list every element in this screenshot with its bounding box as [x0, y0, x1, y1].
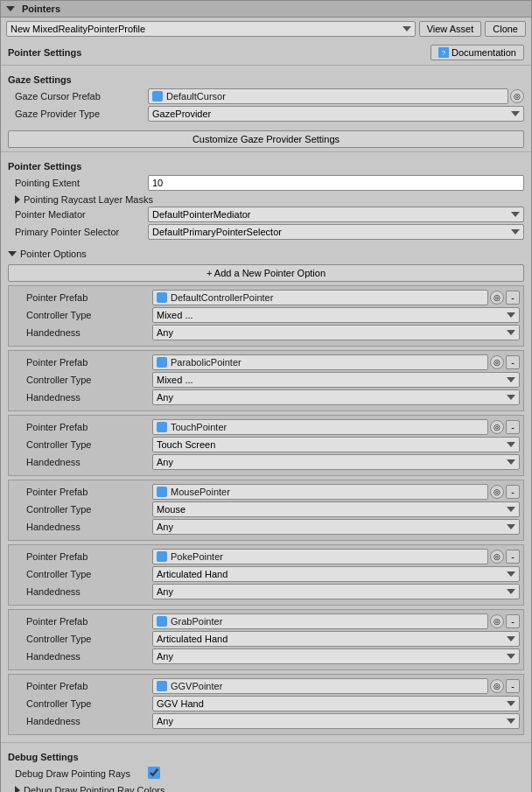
pointer-prefab-select-btn-6[interactable]: ◎: [490, 679, 504, 693]
controller-type-value-1: Mixed ...: [152, 372, 520, 388]
pointer-prefab-row-6: Pointer Prefab GGVPointer ◎ -: [12, 678, 520, 694]
controller-type-row-3: Controller Type Mouse: [12, 501, 520, 517]
handedness-dropdown-6[interactable]: Any: [152, 713, 520, 729]
pointer-option-group-1: Pointer Prefab ParabolicPointer ◎ - Cont…: [8, 350, 524, 411]
gaze-cursor-select-btn[interactable]: ◎: [510, 89, 524, 103]
handedness-row-5: Handedness Any: [12, 648, 520, 664]
handedness-dropdown-0[interactable]: Any: [152, 325, 520, 340]
pointer-option-remove-btn-2[interactable]: -: [506, 420, 520, 434]
primary-pointer-selector-dropdown[interactable]: DefaultPrimaryPointerSelector: [148, 224, 524, 240]
pointer-prefab-row-5: Pointer Prefab GrabPointer ◎ -: [12, 613, 520, 629]
handedness-row-6: Handedness Any: [12, 713, 520, 729]
controller-type-label-0: Controller Type: [12, 310, 152, 320]
gaze-provider-type-dropdown[interactable]: GazeProvider: [148, 106, 524, 122]
pointer-prefab-icon-3: [157, 487, 167, 497]
pointing-raycast-row[interactable]: Pointing Raycast Layer Masks: [8, 193, 524, 207]
controller-type-dropdown-3[interactable]: Mouse: [152, 501, 520, 517]
controller-type-dropdown-4[interactable]: Articulated Hand: [152, 566, 520, 582]
gaze-cursor-icon: [152, 91, 163, 102]
add-pointer-option-button[interactable]: + Add a New Pointer Option: [8, 264, 524, 282]
handedness-dropdown-2[interactable]: Any: [152, 454, 520, 470]
pointer-prefab-field-value-3: MousePointer: [152, 484, 488, 500]
pointer-mediator-dropdown[interactable]: DefaultPointerMediator: [148, 207, 524, 222]
pointer-option-remove-btn-0[interactable]: -: [506, 291, 520, 305]
pointer-option-remove-btn-6[interactable]: -: [506, 679, 520, 693]
pointer-prefab-value-4: PokePointer ◎ -: [152, 549, 520, 564]
collapse-icon: [6, 6, 15, 11]
divider1: [1, 65, 531, 66]
handedness-dropdown-3[interactable]: Any: [152, 519, 520, 535]
gaze-cursor-object-field: DefaultCursor ◎: [148, 88, 524, 104]
pointer-prefab-field-value-5: GrabPointer: [152, 613, 488, 629]
debug-draw-ray-colors-row[interactable]: Debug Draw Pointing Ray Colors: [8, 783, 524, 792]
debug-settings-section: Debug Settings Debug Draw Pointing Rays …: [1, 745, 531, 792]
pointer-prefab-select-btn-4[interactable]: ◎: [490, 550, 504, 564]
controller-type-dropdown-5[interactable]: Articulated Hand: [152, 631, 520, 647]
pointer-prefab-label-4: Pointer Prefab: [12, 551, 152, 562]
pointer-prefab-select-btn-3[interactable]: ◎: [490, 485, 504, 499]
main-panel: Pointers New MixedRealityPointerProfile …: [0, 0, 532, 792]
handedness-dropdown-4[interactable]: Any: [152, 584, 520, 599]
handedness-dropdown-5[interactable]: Any: [152, 648, 520, 664]
pointer-mediator-label: Pointer Mediator: [8, 209, 148, 220]
pointer-prefab-field-value-6: GGVPointer: [152, 678, 488, 694]
pointer-prefab-object-field-6: GGVPointer ◎ -: [152, 678, 520, 694]
documentation-button[interactable]: ? Documentation: [430, 45, 524, 60]
controller-type-value-3: Mouse: [152, 501, 520, 517]
pointer-prefab-select-btn-2[interactable]: ◎: [490, 420, 504, 434]
divider3: [1, 742, 531, 743]
pointer-option-remove-btn-3[interactable]: -: [506, 485, 520, 499]
pointer-prefab-field-value-0: DefaultControllerPointer: [152, 290, 488, 305]
controller-type-dropdown-0[interactable]: Mixed ...: [152, 307, 520, 323]
controller-type-value-2: Touch Screen: [152, 437, 520, 452]
controller-type-value-0: Mixed ...: [152, 307, 520, 323]
panel-title: Pointers: [22, 4, 526, 14]
view-asset-button[interactable]: View Asset: [419, 21, 482, 37]
controller-type-dropdown-1[interactable]: Mixed ...: [152, 372, 520, 388]
pointer-prefab-icon-2: [157, 422, 167, 432]
pointer-prefab-label-0: Pointer Prefab: [12, 292, 152, 303]
pointer-options-section: Pointer Options + Add a New Pointer Opti…: [1, 245, 531, 740]
debug-settings-title: Debug Settings: [8, 752, 524, 762]
debug-draw-rays-checkbox[interactable]: [148, 767, 160, 779]
pointer-prefab-select-btn-5[interactable]: ◎: [490, 614, 504, 628]
pointer-prefab-object-field-2: TouchPointer ◎ -: [152, 419, 520, 435]
pointer-option-group-5: Pointer Prefab GrabPointer ◎ - Controlle…: [8, 609, 524, 670]
pointer-option-remove-btn-4[interactable]: -: [506, 550, 520, 564]
pointer-settings-section: Pointer Settings Pointing Extent Pointin…: [1, 154, 531, 245]
controller-type-dropdown-2[interactable]: Touch Screen: [152, 437, 520, 452]
pointer-prefab-row-4: Pointer Prefab PokePointer ◎ -: [12, 549, 520, 564]
pointer-prefab-icon-1: [157, 357, 167, 368]
customize-gaze-button[interactable]: Customize Gaze Provider Settings: [8, 130, 524, 148]
debug-draw-rays-value: [148, 767, 524, 781]
pointer-prefab-select-btn-1[interactable]: ◎: [490, 355, 504, 369]
pointer-prefab-text-1: ParabolicPointer: [171, 357, 242, 368]
profile-dropdown[interactable]: New MixedRealityPointerProfile: [6, 21, 416, 37]
pointer-option-remove-btn-1[interactable]: -: [506, 355, 520, 369]
controller-type-row-1: Controller Type Mixed ...: [12, 372, 520, 388]
pointer-prefab-value-0: DefaultControllerPointer ◎ -: [152, 290, 520, 305]
handedness-label-0: Handedness: [12, 327, 152, 338]
pointing-extent-input[interactable]: [148, 175, 524, 191]
pointer-prefab-icon-4: [157, 551, 167, 562]
pointer-prefab-label-5: Pointer Prefab: [12, 616, 152, 627]
clone-button[interactable]: Clone: [485, 21, 526, 37]
handedness-label-6: Handedness: [12, 716, 152, 726]
handedness-value-3: Any: [152, 519, 520, 535]
controller-type-label-1: Controller Type: [12, 375, 152, 385]
pointer-prefab-text-3: MousePointer: [171, 487, 230, 497]
pointer-prefab-text-5: GrabPointer: [171, 616, 222, 627]
gaze-provider-type-value: GazeProvider: [148, 106, 524, 122]
pointer-option-remove-btn-5[interactable]: -: [506, 614, 520, 628]
divider2: [1, 151, 531, 152]
controller-type-dropdown-6[interactable]: GGV Hand: [152, 696, 520, 711]
handedness-row-1: Handedness Any: [12, 389, 520, 405]
handedness-dropdown-1[interactable]: Any: [152, 389, 520, 405]
pointer-prefab-value-1: ParabolicPointer ◎ -: [152, 354, 520, 370]
handedness-row-4: Handedness Any: [12, 584, 520, 599]
pointer-prefab-select-btn-0[interactable]: ◎: [490, 291, 504, 305]
pointer-prefab-value-6: GGVPointer ◎ -: [152, 678, 520, 694]
pointer-prefab-object-field-3: MousePointer ◎ -: [152, 484, 520, 500]
controller-type-label-4: Controller Type: [12, 569, 152, 579]
pointing-extent-value: [148, 175, 524, 191]
